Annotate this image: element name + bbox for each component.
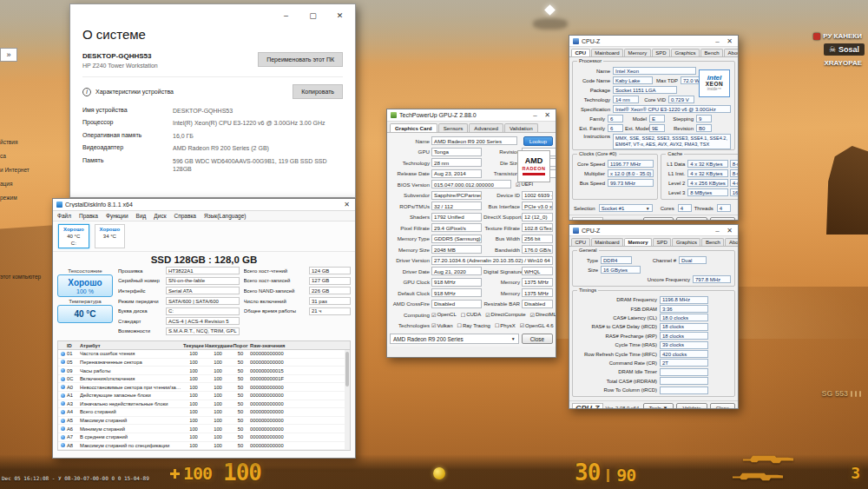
settings-titlebar[interactable]: – ▢ ✕ — [70, 4, 355, 27]
menu-item[interactable]: Файл — [57, 213, 71, 219]
info-row: Общее время работы 21 ч — [244, 307, 351, 315]
smart-row[interactable]: A7 В среднем стираний 100 100 50 0000000… — [58, 433, 350, 442]
tab-bench[interactable]: Bench — [701, 238, 724, 246]
nav-fragment[interactable]: режим — [0, 191, 30, 205]
header-id[interactable]: ID — [67, 343, 80, 348]
menu-item[interactable]: Вид — [136, 213, 147, 219]
nav-fragment[interactable]: йствия — [0, 135, 30, 149]
bullet-icon — [851, 391, 852, 397]
tab-graphics[interactable]: Graphics — [672, 238, 700, 246]
field-label: Row To Column (tRCD) — [576, 387, 660, 393]
smart-row[interactable]: A0 Невосстановимые сектора при чтении/за… — [58, 383, 350, 392]
minimize-button[interactable]: – — [713, 227, 722, 235]
checkbox-item[interactable]: ☐CUDA — [461, 312, 481, 318]
player-name: Sosal — [838, 45, 859, 54]
tab-memory[interactable]: Memory — [624, 238, 652, 246]
header-attr[interactable]: Атрибут — [80, 343, 182, 348]
checkbox-item[interactable]: ☑DirectML — [530, 312, 556, 318]
smart-row[interactable]: A3 Изначально недействительные блоки 100… — [58, 400, 350, 409]
checkbox-item[interactable]: ☑OpenCL — [431, 312, 457, 318]
tab-memory[interactable]: Memory — [624, 49, 651, 56]
menu-item[interactable]: Язык(Language) — [204, 213, 246, 219]
minimize-button[interactable]: – — [713, 37, 722, 45]
menu-item[interactable]: Диск — [154, 213, 166, 219]
health-status-box[interactable]: Хорошо 100 % — [57, 274, 113, 297]
close-button[interactable]: Close — [522, 334, 553, 344]
checkbox-item[interactable]: ☑Vulkan — [431, 322, 453, 328]
tab-sensors[interactable]: Sensors — [438, 123, 469, 132]
tools-button[interactable]: Tools ▼ — [643, 403, 674, 409]
tab-mainboard[interactable]: Mainboard — [591, 49, 623, 56]
smart-row[interactable]: A1 Действующие запасные блоки 100 100 50… — [58, 392, 350, 400]
close-button[interactable]: ✕ — [725, 37, 734, 45]
smart-row[interactable]: 09 Часы работы 100 100 50 000000000015 — [58, 367, 350, 375]
search-expand-button[interactable]: » — [0, 48, 17, 62]
validate-button[interactable]: Validate — [676, 217, 707, 221]
tools-button[interactable]: Tools ▼ — [643, 217, 674, 221]
tab-graphics[interactable]: Graphics — [671, 49, 700, 56]
cache-ways: 8-way — [730, 169, 739, 177]
disk-chip[interactable]: Хорошо 40 °C C: — [58, 224, 89, 248]
info-value: Serial ATA — [166, 287, 240, 294]
disk-chip[interactable]: Хорошо 34 °C — [95, 224, 126, 248]
close-button[interactable]: ✕ — [725, 227, 734, 235]
tab-bench[interactable]: Bench — [700, 49, 723, 56]
socket-select-dropdown[interactable]: Socket #1▼ — [599, 204, 653, 212]
cdi-titlebar[interactable]: CrystalDiskInfo 8.1.1 x64 ✕ — [53, 199, 355, 211]
cpuz-titlebar[interactable]: CPU-Z – ✕ — [569, 36, 738, 47]
tab-graphics-card[interactable]: Graphics Card — [390, 123, 437, 132]
menu-item[interactable]: Правка — [79, 213, 98, 219]
gpuz-titlebar[interactable]: TechPowerUp GPU-Z 2.88.0 – ✕ — [387, 109, 556, 122]
smart-row[interactable]: A5 Максимум стираний 100 100 50 00000000… — [58, 417, 350, 426]
scrollbar-thumb[interactable] — [345, 352, 349, 387]
lookup-button[interactable]: Lookup — [523, 136, 553, 146]
header-current[interactable]: Текущее — [182, 343, 205, 348]
checkbox-item[interactable]: ☐PhysX — [495, 322, 516, 328]
close-button[interactable]: Close — [710, 217, 735, 221]
header-raw[interactable]: Raw-значения — [250, 343, 350, 348]
copy-button[interactable]: Копировать — [293, 84, 343, 99]
tab-cpu[interactable]: CPU — [571, 238, 590, 246]
smart-row[interactable]: A8 Максимум стираний по спецификации 100… — [58, 442, 350, 451]
close-button[interactable]: ✕ — [342, 201, 352, 208]
menu-item[interactable]: Справка — [174, 213, 196, 219]
close-button[interactable]: Close — [710, 403, 735, 409]
tab-spd[interactable]: SPD — [653, 238, 671, 246]
checkbox-item[interactable]: ☐Ray Tracing — [457, 322, 490, 328]
close-button[interactable]: ✕ — [542, 111, 552, 119]
smart-row[interactable]: A4 Всего стираний 100 100 50 00000000000… — [58, 408, 350, 417]
header-threshold[interactable]: Порог — [231, 343, 250, 348]
tab-advanced[interactable]: Advanced — [469, 123, 503, 132]
nav-fragment[interactable]: и Интернет — [0, 163, 30, 177]
menu-item[interactable]: Функции — [106, 213, 128, 219]
cpuz-titlebar[interactable]: CPU-Z – ✕ — [569, 225, 738, 236]
smart-row[interactable]: 01 Частота ошибок чтения 100 100 50 0000… — [58, 350, 350, 359]
minimize-button[interactable]: – — [281, 11, 291, 20]
tab-cpu[interactable]: CPU — [571, 49, 590, 56]
tab-spd[interactable]: SPD — [652, 49, 670, 56]
table-scrollbar[interactable] — [345, 350, 350, 450]
card-select-dropdown[interactable]: AMD Radeon R9 200 Series ▼ — [390, 334, 519, 344]
smart-row[interactable]: 05 Переназначенные сектора 100 100 50 00… — [58, 359, 350, 367]
tab-validation[interactable]: Validation — [504, 123, 538, 132]
tab-about[interactable]: About — [725, 238, 739, 246]
smart-row[interactable]: A6 Минимум стираний 100 100 50 000000000… — [58, 425, 350, 433]
tab-about[interactable]: About — [724, 49, 739, 56]
minimize-button[interactable]: – — [530, 111, 540, 119]
validate-button[interactable]: Validate — [676, 403, 707, 409]
field-label: Ext. Family — [576, 126, 606, 131]
field-value: 918 MHz — [431, 288, 482, 297]
field-label: ROPs/TMUs — [390, 203, 430, 209]
smart-row[interactable]: 0C Включения/отключения 100 100 50 00000… — [58, 375, 350, 384]
nav-fragment[interactable]: ация — [0, 177, 30, 191]
close-button[interactable]: ✕ — [335, 11, 345, 20]
checkbox-item[interactable]: ☑DirectCompute — [485, 312, 525, 318]
timing-row: Row Refresh Cycle Time (tRFC) 420 clocks — [576, 349, 731, 358]
nav-fragment[interactable]: са — [0, 149, 30, 163]
maximize-button[interactable]: ▢ — [308, 11, 318, 20]
tab-mainboard[interactable]: Mainboard — [591, 238, 623, 246]
chevron-down-icon: ▼ — [511, 336, 516, 341]
rename-pc-button[interactable]: Переименовать этот ПК — [258, 52, 343, 67]
checkbox-item[interactable]: ☑OpenGL 4.6 — [520, 322, 554, 328]
header-worst[interactable]: Наихудшее — [205, 343, 231, 348]
